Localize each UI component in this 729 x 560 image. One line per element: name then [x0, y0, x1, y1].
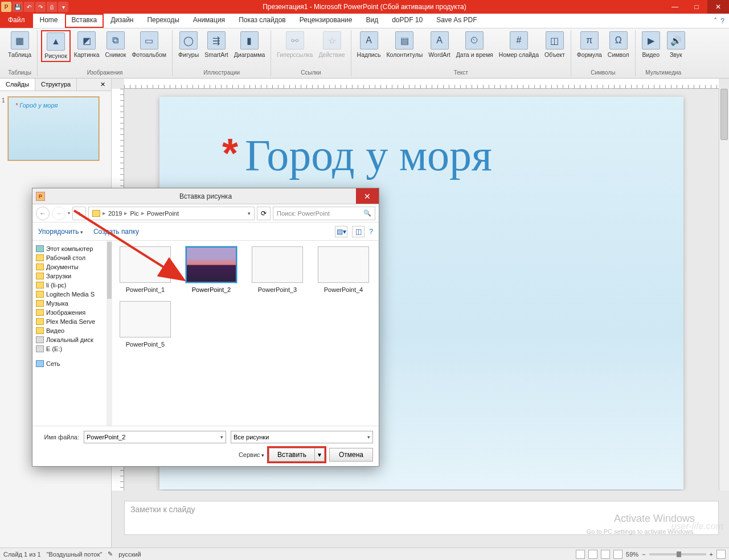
fit-window-button[interactable]: [716, 550, 726, 559]
breadcrumb-dropdown-icon[interactable]: ▾: [248, 211, 251, 216]
ribbon-Номер слайда[interactable]: #Номер слайда: [497, 30, 541, 60]
maximize-button[interactable]: □: [686, 0, 707, 14]
file-item[interactable]: PowerPoint_2: [184, 246, 239, 293]
panel-tab-outline[interactable]: Структура: [35, 79, 77, 90]
close-button[interactable]: ✕: [707, 0, 729, 14]
slide-title-text[interactable]: Город у моря: [245, 130, 492, 181]
vertical-scrollbar[interactable]: [719, 89, 729, 491]
ribbon-Колонтитулы[interactable]: ▤Колонтитулы: [384, 30, 425, 60]
breadcrumb[interactable]: ▸ 2019▸ Pic▸ PowerPoint ▾: [88, 207, 255, 220]
ribbon-Символ[interactable]: ΩСимвол: [605, 30, 632, 60]
tree-item[interactable]: Рабочий стол: [35, 253, 109, 262]
file-item[interactable]: PowerPoint_1: [118, 246, 173, 293]
crumb-1[interactable]: Pic: [130, 210, 138, 217]
nav-forward-button[interactable]: →: [52, 207, 65, 220]
tree-item[interactable]: Музыка: [35, 299, 109, 308]
tab-дизайн[interactable]: Дизайн: [104, 14, 140, 28]
panel-close-icon[interactable]: ✕: [95, 79, 111, 90]
view-reading-button[interactable]: [601, 550, 610, 559]
crumb-0[interactable]: 2019: [108, 210, 122, 217]
preview-pane-button[interactable]: ◫: [352, 226, 364, 237]
zoom-level[interactable]: 59%: [626, 551, 638, 558]
zoom-in-button[interactable]: +: [710, 551, 713, 558]
tab-вставка[interactable]: Вставка: [65, 14, 104, 28]
qat-dropdown-icon[interactable]: ▾: [58, 2, 68, 12]
cancel-button[interactable]: Отмена: [329, 448, 373, 462]
filetype-dropdown[interactable]: Все рисунки: [231, 431, 373, 443]
tab-показ-слайдов[interactable]: Показ слайдов: [232, 14, 293, 28]
insert-dropdown-icon[interactable]: ▾: [315, 451, 324, 459]
minimize-button[interactable]: —: [664, 0, 686, 14]
tab-home[interactable]: Home: [33, 14, 65, 28]
ribbon-Объект[interactable]: ◫Объект: [542, 30, 567, 60]
tab-save-as-pdf[interactable]: Save As PDF: [429, 14, 484, 28]
tab-file[interactable]: Файл: [0, 14, 33, 28]
nav-back-button[interactable]: ←: [36, 207, 50, 220]
ribbon-Диаграмма[interactable]: ▮Диаграмма: [232, 30, 268, 60]
save-icon[interactable]: 💾: [13, 2, 23, 12]
nav-history-dropdown[interactable]: ▾: [68, 211, 70, 216]
tab-переходы[interactable]: Переходы: [140, 14, 186, 28]
tree-item[interactable]: Загрузки: [35, 271, 109, 281]
tree-scrollbar[interactable]: [107, 241, 112, 426]
zoom-slider[interactable]: [649, 553, 706, 555]
search-input[interactable]: Поиск: PowerPoint 🔍: [273, 207, 375, 220]
tree-item[interactable]: Изображения: [35, 308, 109, 317]
zoom-out-button[interactable]: −: [642, 551, 645, 558]
nav-up-button[interactable]: ↑: [72, 207, 86, 220]
folder-tree[interactable]: Этот компьютерРабочий столДокументыЗагру…: [32, 241, 112, 426]
ribbon-Картинка[interactable]: ◩Картинка: [72, 30, 102, 60]
filename-field[interactable]: PowerPoint_2: [84, 431, 226, 443]
tree-item[interactable]: E (E:): [35, 344, 109, 353]
ribbon-Действие[interactable]: ☆Действие: [316, 30, 347, 60]
tree-item[interactable]: Plex Media Serve: [35, 317, 109, 326]
view-slideshow-button[interactable]: [613, 550, 622, 559]
tree-item[interactable]: Logitech Media S: [35, 290, 109, 299]
file-item[interactable]: PowerPoint_3: [250, 246, 305, 293]
tree-item[interactable]: Локальный диск: [35, 335, 109, 344]
tree-item[interactable]: Сеть: [35, 359, 109, 368]
crumb-2[interactable]: PowerPoint: [147, 210, 179, 217]
tab-рецензирование[interactable]: Рецензирование: [293, 14, 359, 28]
view-sorter-button[interactable]: [588, 550, 597, 559]
ribbon-Дата и время[interactable]: ⏲Дата и время: [454, 30, 495, 60]
tree-item[interactable]: li (li-pc): [35, 281, 109, 290]
ribbon-Таблица[interactable]: ▦Таблица: [6, 30, 34, 60]
undo-icon[interactable]: ↶: [24, 2, 34, 12]
tab-dopdf-10[interactable]: doPDF 10: [385, 14, 429, 28]
tree-item[interactable]: Видео: [35, 326, 109, 335]
ribbon-Надпись[interactable]: AНадпись: [355, 30, 383, 60]
refresh-button[interactable]: ⟳: [257, 207, 271, 220]
dialog-help-icon[interactable]: ?: [369, 228, 373, 236]
ribbon-Рисунок[interactable]: ▲Рисунок: [41, 30, 71, 62]
file-list[interactable]: PowerPoint_1PowerPoint_2PowerPoint_3Powe…: [112, 241, 379, 426]
tree-item[interactable]: Документы: [35, 262, 109, 271]
dialog-titlebar[interactable]: P Вставка рисунка ✕: [32, 188, 379, 204]
dialog-close-button[interactable]: ✕: [356, 188, 379, 204]
view-menu-button[interactable]: ▤▾: [335, 226, 347, 237]
panel-tab-slides[interactable]: Слайды: [0, 79, 35, 90]
tab-анимация[interactable]: Анимация: [186, 14, 232, 28]
ribbon-Формула[interactable]: πФормула: [575, 30, 604, 60]
slide-thumbnail[interactable]: 1 Город у моря: [8, 97, 99, 160]
ribbon-SmartArt[interactable]: ⇶SmartArt: [202, 30, 230, 60]
help-icon[interactable]: ?: [720, 17, 724, 25]
ribbon-Фигуры[interactable]: ◯Фигуры: [176, 30, 201, 60]
ribbon-WordArt[interactable]: AWordArt: [426, 30, 452, 60]
redo-icon[interactable]: ↷: [35, 2, 46, 12]
status-language[interactable]: русский: [118, 551, 141, 558]
ribbon-Снимок[interactable]: ⧉Снимок: [103, 30, 128, 60]
ribbon-Видео[interactable]: ▶Видео: [639, 30, 663, 60]
file-item[interactable]: PowerPoint_5: [118, 301, 173, 348]
ribbon-minimize-icon[interactable]: ˄: [714, 17, 717, 25]
qat-more-icon[interactable]: ⎙: [47, 2, 57, 12]
tree-item[interactable]: Этот компьютер: [35, 244, 109, 253]
tab-вид[interactable]: Вид: [359, 14, 385, 28]
tools-menu[interactable]: Сервис: [239, 451, 264, 458]
ribbon-Звук[interactable]: 🔊Звук: [664, 30, 688, 60]
new-folder-button[interactable]: Создать папку: [93, 228, 139, 236]
ribbon-Гиперссылка[interactable]: ⚯Гиперссылка: [275, 30, 315, 60]
spellcheck-icon[interactable]: ✎: [108, 550, 113, 558]
file-item[interactable]: PowerPoint_4: [316, 246, 371, 293]
insert-button[interactable]: Вставить ▾: [269, 448, 325, 462]
